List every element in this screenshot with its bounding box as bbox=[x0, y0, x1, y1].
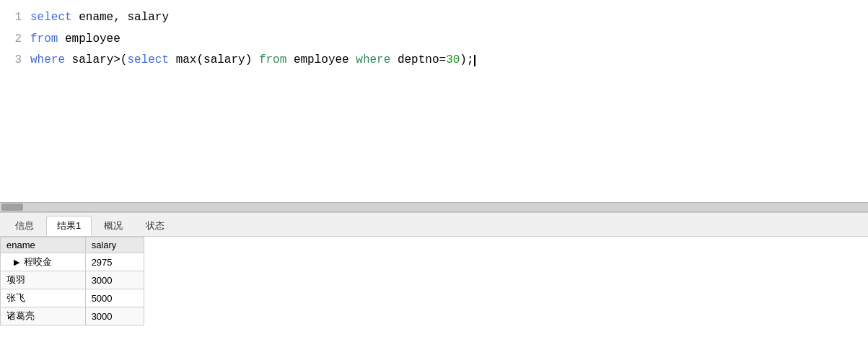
code-line-3: 3where salary>(select max(salary) from e… bbox=[0, 50, 868, 71]
horizontal-scrollbar[interactable] bbox=[0, 202, 868, 212]
token-3-9: ); bbox=[460, 53, 473, 66]
table-row: 项羽3000 bbox=[1, 271, 144, 289]
row-arrow-icon: ▶ bbox=[14, 258, 22, 266]
cell-salary-2: 5000 bbox=[85, 289, 144, 307]
table-row: ▶ 程咬金2975 bbox=[1, 253, 144, 271]
column-header-ename: ename bbox=[1, 237, 86, 253]
column-header-salary: salary bbox=[85, 237, 144, 253]
result-table: enamesalary ▶ 程咬金2975项羽3000张飞5000诸葛亮3000 bbox=[0, 237, 144, 325]
tab-1[interactable]: 结果1 bbox=[46, 216, 92, 236]
cell-ename-1: 项羽 bbox=[1, 271, 86, 289]
token-3-5: employee bbox=[286, 53, 356, 66]
code-content-3: where salary>(select max(salary) from em… bbox=[30, 51, 868, 70]
cell-ename-2: 张飞 bbox=[1, 289, 86, 307]
table-header-row: enamesalary bbox=[1, 237, 144, 253]
line-number-3: 3 bbox=[0, 51, 22, 70]
cell-salary-1: 3000 bbox=[85, 271, 144, 289]
token-3-1: salary>( bbox=[65, 53, 127, 66]
text-cursor bbox=[474, 55, 475, 66]
table-row: 张飞5000 bbox=[1, 289, 144, 307]
line-number-2: 2 bbox=[0, 30, 22, 49]
token-2-0: from bbox=[30, 32, 58, 45]
tabs-bar: 信息结果1概况状态 bbox=[0, 213, 868, 237]
cell-salary-0: 2975 bbox=[85, 253, 144, 271]
token-3-0: where bbox=[30, 53, 65, 66]
sql-editor[interactable]: 1select ename, salary2from employee3wher… bbox=[0, 0, 868, 202]
tab-3[interactable]: 状态 bbox=[135, 216, 175, 236]
results-area[interactable]: enamesalary ▶ 程咬金2975项羽3000张飞5000诸葛亮3000 bbox=[0, 237, 868, 363]
token-3-3: max(salary) bbox=[169, 53, 259, 66]
token-3-6: where bbox=[356, 53, 390, 66]
table-row: 诸葛亮3000 bbox=[1, 307, 144, 325]
cell-salary-3: 3000 bbox=[85, 307, 144, 325]
token-3-4: from bbox=[259, 53, 286, 66]
bottom-panel: 信息结果1概况状态 enamesalary ▶ 程咬金2975项羽3000张飞5… bbox=[0, 212, 868, 363]
token-3-8: 30 bbox=[446, 53, 460, 66]
code-line-1: 1select ename, salary bbox=[0, 7, 868, 29]
token-1-1: ename, salary bbox=[72, 11, 169, 24]
cell-ename-3: 诸葛亮 bbox=[1, 307, 86, 325]
token-1-0: select bbox=[30, 11, 72, 24]
table-body: ▶ 程咬金2975项羽3000张飞5000诸葛亮3000 bbox=[1, 253, 144, 325]
line-number-1: 1 bbox=[0, 9, 22, 27]
token-2-1: employee bbox=[58, 32, 120, 45]
tab-2[interactable]: 概况 bbox=[93, 216, 133, 236]
scrollbar-thumb[interactable] bbox=[1, 204, 23, 211]
code-content-2: from employee bbox=[30, 30, 868, 49]
cell-ename-0: ▶ 程咬金 bbox=[1, 253, 86, 271]
table-header: enamesalary bbox=[1, 237, 144, 253]
code-content-1: select ename, salary bbox=[30, 9, 868, 27]
token-3-7: deptno= bbox=[390, 53, 446, 66]
code-line-2: 2from employee bbox=[0, 29, 868, 51]
tab-0[interactable]: 信息 bbox=[4, 216, 45, 236]
token-3-2: select bbox=[127, 53, 169, 66]
